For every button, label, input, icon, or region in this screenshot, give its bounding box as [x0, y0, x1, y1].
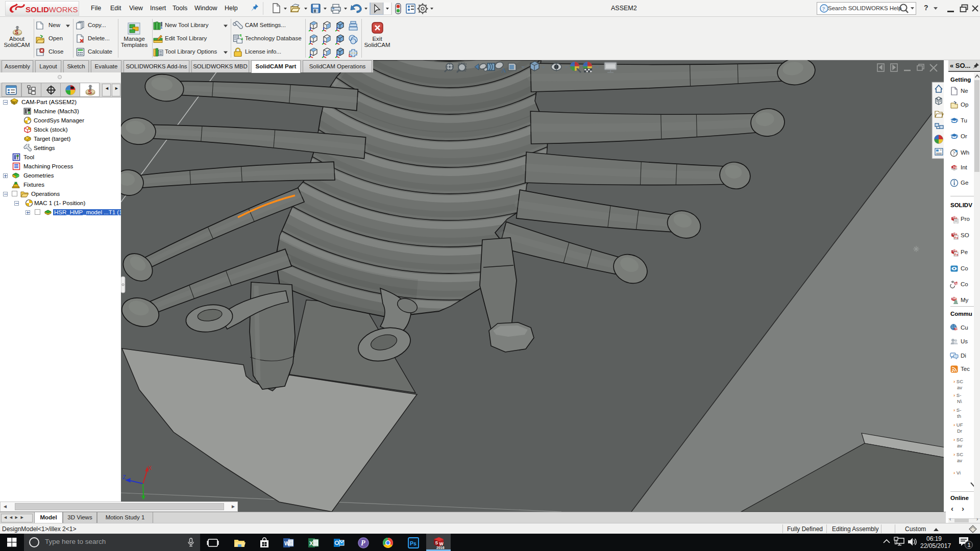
svg-text:SW: SW — [955, 328, 959, 330]
svg-text:SW: SW — [952, 297, 957, 300]
svg-text:S: S — [435, 540, 438, 545]
svg-text:1: 1 — [968, 542, 971, 548]
svg-text:SOLIDWORKS: SOLIDWORKS — [26, 5, 78, 14]
svg-text:SW: SW — [955, 282, 959, 285]
svg-text:Ps: Ps — [410, 540, 416, 546]
svg-text:X: X — [148, 465, 152, 471]
svg-text:SW: SW — [952, 249, 958, 252]
svg-text:SW: SW — [952, 216, 958, 219]
svg-text:A: A — [501, 66, 506, 74]
svg-text:Z: Z — [122, 474, 126, 480]
svg-text:2016: 2016 — [436, 546, 445, 549]
svg-text:P: P — [361, 539, 365, 547]
svg-text:S: S — [15, 30, 18, 35]
svg-text:Fx: Fx — [954, 253, 959, 256]
svg-text:Fx: Fx — [954, 236, 959, 239]
svg-text:SW: SW — [952, 232, 958, 235]
svg-text:SW: SW — [953, 166, 958, 169]
svg-text:?: ? — [953, 151, 955, 156]
svg-text:?: ? — [822, 6, 825, 12]
svg-text:S: S — [88, 89, 92, 95]
svg-text:W: W — [284, 540, 290, 546]
svg-text:X: X — [309, 540, 313, 546]
